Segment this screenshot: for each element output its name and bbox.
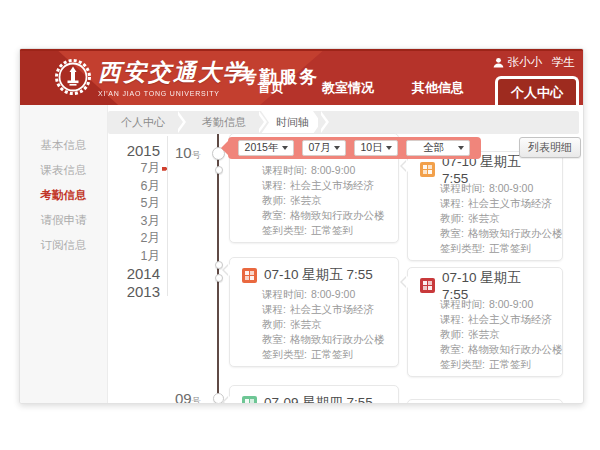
- caret-down-icon: [334, 146, 340, 150]
- user-info[interactable]: 张小小 学生: [493, 55, 576, 70]
- attendance-card[interactable]: 07-10 星期五 7:55 课程时间:8:00-9:00课程:社会主义市场经济…: [229, 257, 399, 367]
- card-pointer-left-icon: [224, 264, 230, 276]
- user-role: 学生: [552, 55, 575, 70]
- type-dropdown[interactable]: 全部: [406, 140, 470, 156]
- field-label: 签到类型:: [262, 348, 307, 360]
- timeline-entry-2015[interactable]: 2015: [118, 142, 160, 160]
- field-label: 课程:: [440, 197, 464, 209]
- card-field-row: 签到类型:正常签到: [440, 357, 550, 372]
- timeline-node-small: [215, 166, 223, 174]
- year-dropdown[interactable]: 2015年: [238, 140, 294, 156]
- timeline-entry-july-current[interactable]: 7月: [118, 160, 160, 178]
- card-title-row: 07-09 星期四 7:55: [242, 394, 386, 404]
- timeline-entry-may[interactable]: 5月: [118, 195, 160, 213]
- card-field-row: 课程:社会主义市场经济: [262, 302, 386, 317]
- card-field-row: 课程时间:8:00-9:00: [262, 287, 386, 302]
- breadcrumb-attendance-info[interactable]: 考勤信息: [189, 111, 259, 134]
- attendance-status-badge-icon: [420, 278, 435, 293]
- sidebar-item-attendance-info[interactable]: 考勤信息: [20, 183, 107, 208]
- day-number: 10: [175, 144, 192, 161]
- card-title-row: 07-10 星期五 7:55: [420, 160, 550, 178]
- field-value: 8:00-9:00: [311, 164, 355, 176]
- nav-item-home[interactable]: 首页: [239, 79, 303, 105]
- field-value: 张芸京: [290, 318, 322, 330]
- card-fields: 课程时间:8:00-9:00课程:社会主义市场经济教师:张芸京教室:格物致知行政…: [440, 181, 550, 256]
- breadcrumb-personal-center[interactable]: 个人中心: [108, 111, 178, 134]
- attendance-card-partial[interactable]: [407, 399, 563, 404]
- sidebar-item-schedule-info[interactable]: 课表信息: [20, 158, 107, 183]
- card-field-row: 教室:格物致知行政办公楼: [440, 226, 550, 241]
- attendance-status-badge-icon: [242, 396, 257, 405]
- attendance-card[interactable]: 07-10 星期五 7:55 课程时间:8:00-9:00课程:社会主义市场经济…: [407, 151, 563, 261]
- sidebar-item-leave-request[interactable]: 请假申请: [20, 208, 107, 233]
- card-fields: 课程时间:8:00-9:00课程:社会主义市场经济教师:张芸京教室:格物致知行政…: [262, 287, 386, 362]
- timeline-year-month-list: 2015 7月 6月 5月 3月 2月 1月 2014 2013: [118, 142, 160, 301]
- field-label: 教师:: [440, 328, 464, 340]
- field-label: 教师:: [262, 318, 286, 330]
- timeline-entry-june[interactable]: 6月: [118, 178, 160, 196]
- timeline-entry-january[interactable]: 1月: [118, 248, 160, 266]
- list-detail-button[interactable]: 列表明细: [519, 137, 581, 158]
- header-top-strip: [20, 49, 584, 51]
- attendance-card[interactable]: 07-09 星期四 7:55: [229, 385, 399, 404]
- field-value: 格物致知行政办公楼: [468, 227, 563, 239]
- field-value: 社会主义市场经济: [468, 197, 552, 209]
- nav-tab-personal-center[interactable]: 个人中心: [495, 76, 579, 105]
- card-field-row: 课程时间:8:00-9:00: [262, 163, 386, 178]
- nav-item-other-info[interactable]: 其他信息: [393, 79, 483, 105]
- app-window: 西安交通大学 XI'AN JIAO TONG UNIVERSITY 考勤服务 张…: [19, 48, 584, 404]
- breadcrumb-chevron-icon: [178, 111, 189, 134]
- field-label: 教室:: [262, 209, 286, 221]
- field-label: 签到类型:: [262, 224, 307, 236]
- type-dropdown-value: 全部: [407, 141, 456, 155]
- timeline-entry-2014[interactable]: 2014: [118, 265, 160, 283]
- field-value: 张芸京: [290, 194, 322, 206]
- field-value: 格物致知行政办公楼: [290, 333, 385, 345]
- university-name-en: XI'AN JIAO TONG UNIVERSITY: [98, 90, 248, 97]
- timeline-entry-2013[interactable]: 2013: [118, 283, 160, 301]
- field-label: 课程时间:: [440, 182, 485, 194]
- university-logo-icon: [54, 58, 92, 96]
- field-label: 课程时间:: [262, 288, 307, 300]
- field-label: 教室:: [440, 343, 464, 355]
- breadcrumb-timeline-active[interactable]: 时间轴: [261, 111, 321, 134]
- caret-down-icon: [458, 146, 464, 150]
- month-dropdown[interactable]: 07月: [302, 140, 346, 156]
- attendance-card[interactable]: 07-10 星期五 7:55 课程时间:8:00-9:00课程:社会主义市场经济…: [407, 267, 563, 377]
- breadcrumb: 个人中心 考勤信息 时间轴: [108, 111, 579, 134]
- field-label: 课程:: [262, 303, 286, 315]
- user-icon: [493, 57, 504, 68]
- timeline-vertical-line: [217, 134, 219, 404]
- day-marker-09: 09号: [175, 390, 209, 404]
- card-fields: 课程时间:8:00-9:00课程:社会主义市场经济教师:张芸京教室:格物致知行政…: [440, 297, 550, 372]
- field-value: 格物致知行政办公楼: [468, 343, 563, 355]
- card-title: 07-09 星期四 7:55: [264, 394, 373, 404]
- day-suffix: 号: [192, 396, 201, 404]
- day-dropdown[interactable]: 10日: [354, 140, 398, 156]
- nav-item-classrooms[interactable]: 教室情况: [303, 79, 393, 105]
- sidebar-item-subscription-info[interactable]: 订阅信息: [20, 233, 107, 258]
- card-field-row: 教师:张芸京: [262, 317, 386, 332]
- day-suffix: 号: [192, 150, 201, 160]
- timeline-node-medium: [213, 393, 224, 404]
- caret-down-icon: [282, 146, 288, 150]
- field-label: 课程:: [262, 179, 286, 191]
- field-label: 教室:: [440, 227, 464, 239]
- field-value: 张芸京: [468, 328, 500, 340]
- timeline-entry-february[interactable]: 2月: [118, 230, 160, 248]
- sidebar: 基本信息 课表信息 考勤信息 请假申请 订阅信息: [20, 105, 108, 404]
- card-field-row: 教师:张芸京: [262, 193, 386, 208]
- day-marker-10: 10号: [175, 144, 209, 162]
- field-label: 教师:: [440, 212, 464, 224]
- page: 西安交通大学 XI'AN JIAO TONG UNIVERSITY 考勤服务 张…: [0, 0, 600, 450]
- day-number: 09: [175, 390, 192, 404]
- sidebar-item-basic-info[interactable]: 基本信息: [20, 133, 107, 158]
- card-pointer-left-icon: [402, 160, 408, 172]
- card-title-row: 07-10 星期五 7:55: [242, 266, 386, 284]
- field-value: 张芸京: [468, 212, 500, 224]
- year-dropdown-value: 2015年: [239, 141, 280, 155]
- timeline-entry-march[interactable]: 3月: [118, 213, 160, 231]
- university-name-cn: 西安交通大学: [98, 57, 248, 88]
- user-name: 张小小: [508, 55, 543, 70]
- field-label: 课程时间:: [440, 298, 485, 310]
